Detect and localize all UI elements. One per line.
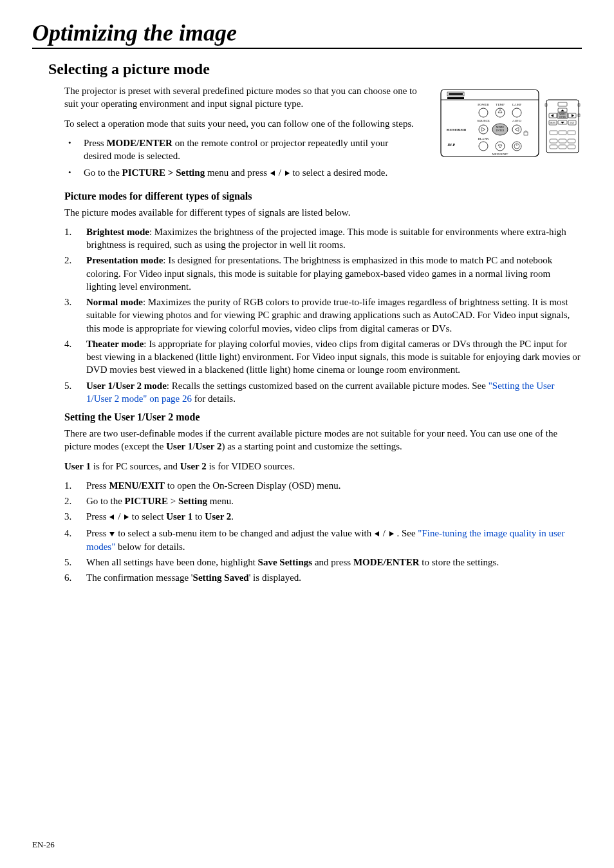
svg-marker-13 [515,127,519,131]
svg-marker-26 [551,114,554,117]
svg-marker-47 [109,514,114,520]
text: User 1/User 2 mode [86,381,167,391]
text: Go to the [84,167,122,178]
intro-text: The projector is preset with several pre… [64,84,418,184]
label-source: SOURCE [477,119,490,122]
text: Brightest mode [86,227,149,237]
text: for details. [192,393,236,404]
svg-marker-10 [481,127,485,131]
text: > [168,496,178,506]
numbered-list: 1. Press MENU/EXIT to open the On-Screen… [64,479,582,585]
text: Presentation mode [86,255,163,265]
svg-rect-37 [568,131,575,135]
label-lamp: LAMP [512,103,521,106]
text: ) as a starting point and customize the … [221,441,402,451]
label-auto: AUTO [512,119,521,122]
svg-rect-43 [568,145,575,149]
list-text: Brightest mode: Maximizes the brightness… [86,225,582,252]
paragraph: The picture modes available for differen… [64,206,582,219]
svg-rect-22 [558,102,567,106]
list-text: Press to select a sub-menu item to be ch… [86,527,582,554]
list-number: 2. [64,254,86,267]
svg-rect-41 [550,145,557,149]
triangle-right-icon [284,167,290,180]
svg-marker-32 [561,122,564,124]
text: . [231,511,234,522]
paragraph: User 1 is for PC sources, and User 2 is … [64,460,582,473]
svg-rect-40 [568,139,575,143]
text: to select [129,511,166,522]
bullet-text: Press MODE/ENTER on the remote control o… [84,137,418,163]
bullet-marker: • [64,137,84,150]
text: Save Settings [258,557,313,567]
subsection-title: Setting the User 1/User 2 mode [64,411,582,423]
text: PICTURE > Setting [122,167,205,178]
list-number: 4. [64,527,86,540]
list-item: 1. Brightest mode: Maximizes the brightn… [64,225,582,252]
label-r-enter: ENTER [559,116,566,118]
list-number: 4. [64,337,86,350]
text: to store the settings. [419,557,499,567]
text: MODE/ENTER [353,557,420,567]
svg-marker-7 [498,109,502,113]
list-text: Press MENU/EXIT to open the On-Screen Di… [86,479,582,492]
list-number: 1. [64,225,86,238]
text: User 2 [205,511,231,522]
text: : Maximizes the purity of RGB colors to … [86,297,570,334]
svg-rect-39 [559,139,566,143]
list-text: User 1/User 2 mode: Recalls the settings… [86,379,582,406]
list-number: 3. [64,510,86,523]
text: When all settings have been done, highli… [86,557,258,567]
text: to select a sub-menu item to be changed … [115,528,374,538]
svg-rect-4 [447,97,464,99]
svg-marker-49 [109,532,115,536]
svg-point-9 [479,125,488,134]
svg-rect-42 [559,145,566,149]
label-blank: BLANK [478,137,489,140]
list-item: 3. Normal mode: Maximizes the purity of … [64,296,582,335]
text: / [276,167,284,178]
page-title: Optimizing the image [32,19,582,49]
list-item: 5. User 1/User 2 mode: Recalls the setti… [64,379,582,406]
triangle-right-icon [123,511,129,524]
svg-rect-35 [550,131,557,135]
bullet-item: • Go to the PICTURE > Setting menu and p… [64,166,418,180]
text: Press [86,511,109,522]
triangle-down-icon [109,527,115,540]
list-text: The confirmation message 'Setting Saved'… [86,571,582,584]
text: User 1 [64,461,91,471]
list-number: 1. [64,479,86,492]
text: MODE/ENTER [106,138,172,148]
bullet-item: • Press MODE/ENTER on the remote control… [64,137,418,163]
text: The confirmation message ' [86,572,193,583]
label-r-menu: MENU [550,122,557,124]
list-item: 1. Press MENU/EXIT to open the On-Screen… [64,479,582,492]
text: User 1 [166,511,192,522]
text: Normal mode [86,297,143,307]
triangle-left-icon [374,527,380,540]
svg-rect-36 [559,131,566,135]
text: / [115,511,123,522]
list-item: 2. Presentation mode: Is designed for pr… [64,254,582,293]
text: is for PC sources, and [91,461,180,471]
svg-point-5 [479,108,488,117]
paragraph: There are two user-definable modes if th… [64,427,582,453]
svg-marker-48 [124,514,129,520]
label-temp: TEMP [496,103,505,106]
list-item: 4. Press to select a sub-menu item to be… [64,527,582,554]
svg-marker-17 [498,145,502,148]
text: is for VIDEO sources. [207,461,295,471]
list-number: 5. [64,556,86,569]
paragraph: To select a operation mode that suits yo… [64,117,418,130]
label-power: POWER [478,103,489,106]
list-text: Presentation mode: Is designed for prese… [86,254,582,293]
text: below for details. [115,542,185,552]
list-item: 3. Press / to select User 1 to User 2. [64,510,582,524]
svg-marker-50 [375,531,379,536]
text: ' is displayed. [249,572,301,583]
text: Press [86,528,109,538]
projector-remote-illustration: POWER TEMP LAMP SOURCE AUTO MODE ENTER [437,84,582,162]
svg-rect-38 [550,139,557,143]
text: / [380,528,388,538]
triangle-right-icon [388,527,395,540]
